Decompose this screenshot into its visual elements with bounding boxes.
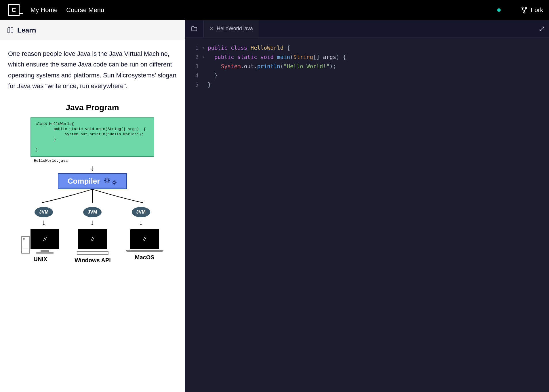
connection-status-icon xyxy=(497,8,501,12)
lesson-paragraph: One reason people love Java is the Java … xyxy=(8,48,177,92)
fork-label: Fork xyxy=(531,6,543,14)
lesson-pane: Learn One reason people love Java is the… xyxy=(0,20,185,392)
code-editor-pane: ✕ HelloWorld.java 1 2 3 4 5 ▾ ▾ xyxy=(185,20,549,392)
expand-editor-button[interactable] xyxy=(535,20,549,37)
code-area[interactable]: public class HelloWorld { public static … xyxy=(208,43,549,89)
brand-logo[interactable]: C xyxy=(6,4,22,16)
diagram-code-caption: HelloWorld.java xyxy=(34,159,177,163)
monitor-icon xyxy=(30,229,59,249)
learn-header: Learn xyxy=(0,20,185,40)
svg-point-0 xyxy=(522,7,523,9)
svg-point-1 xyxy=(525,7,527,9)
arrow-down-icon: ↓ xyxy=(42,218,46,227)
platform-label: UNIX xyxy=(33,256,47,262)
nav-course-menu[interactable]: Course Menu xyxy=(66,6,104,14)
book-icon xyxy=(7,27,14,34)
diagram-title: Java Program xyxy=(8,103,177,112)
svg-point-4 xyxy=(113,181,115,184)
diagram-code-box: class HelloWorld{ public static void mai… xyxy=(30,117,154,157)
svg-point-2 xyxy=(524,12,525,13)
platform-windows: Windows API xyxy=(75,229,111,264)
monitor-icon xyxy=(78,229,107,249)
file-tab-name: HelloWorld.java xyxy=(217,26,253,32)
arrow-down-icon: ↓ xyxy=(8,164,177,172)
svg-point-3 xyxy=(106,179,109,182)
folder-icon xyxy=(191,25,198,32)
arrow-down-icon: ↓ xyxy=(139,218,143,227)
learn-title: Learn xyxy=(17,26,36,34)
arrow-down-icon: ↓ xyxy=(90,218,94,227)
fork-button[interactable]: Fork xyxy=(521,6,543,14)
fork-icon xyxy=(521,7,528,14)
file-explorer-button[interactable] xyxy=(185,20,204,37)
platform-label: Windows API xyxy=(75,257,111,264)
jvm-diagram: Java Program class HelloWorld{ public st… xyxy=(8,103,177,264)
platform-unix: UNIX xyxy=(21,229,59,264)
editor-tab-bar: ✕ HelloWorld.java xyxy=(185,20,549,37)
gear-icon xyxy=(111,180,117,185)
platform-macos: MacOS xyxy=(126,229,163,264)
expand-icon xyxy=(539,26,545,32)
top-nav-bar: C My Home Course Menu Fork xyxy=(0,0,549,20)
jvm-node: JVM xyxy=(132,207,150,217)
line-gutter: 1 2 3 4 5 xyxy=(185,43,202,89)
compiler-label: Compiler xyxy=(68,177,100,186)
monitor-icon xyxy=(130,229,159,249)
editor-body[interactable]: 1 2 3 4 5 ▾ ▾ public class HelloWorld { … xyxy=(185,37,549,95)
fold-column[interactable]: ▾ ▾ xyxy=(202,43,208,89)
logo-letter: C xyxy=(12,6,16,14)
platform-label: MacOS xyxy=(135,254,155,261)
branch-lines xyxy=(8,189,177,203)
jvm-node: JVM xyxy=(35,207,53,217)
close-tab-icon[interactable]: ✕ xyxy=(209,26,213,31)
file-tab[interactable]: ✕ HelloWorld.java xyxy=(204,20,259,37)
gear-icon xyxy=(103,177,111,184)
compiler-box: Compiler xyxy=(58,173,127,189)
nav-my-home[interactable]: My Home xyxy=(30,6,58,14)
jvm-node: JVM xyxy=(83,207,102,217)
